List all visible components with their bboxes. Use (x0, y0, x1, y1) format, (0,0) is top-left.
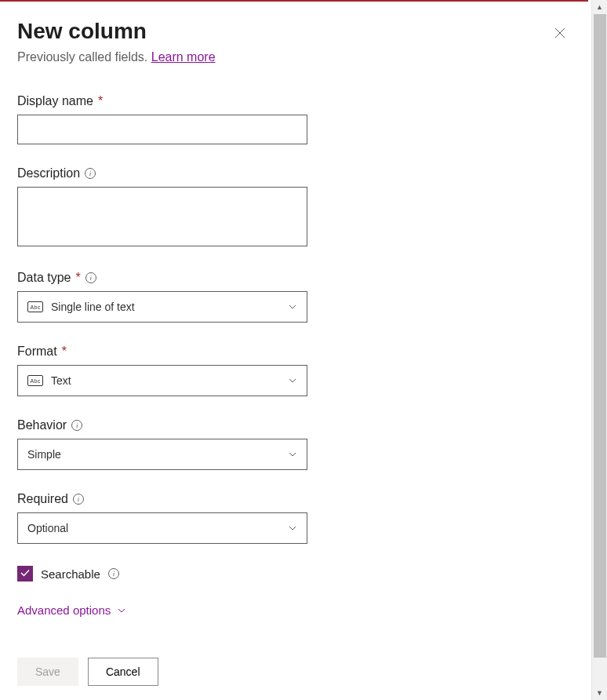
format-dropdown[interactable]: Abc Text (17, 365, 307, 396)
new-column-panel: New column Previously called fields. Lea… (0, 2, 588, 700)
text-type-icon: Abc (27, 375, 43, 386)
close-button[interactable] (549, 22, 571, 46)
checkmark-icon (20, 567, 31, 581)
info-icon[interactable]: i (108, 568, 119, 579)
format-group: Format * Abc Text (17, 345, 307, 396)
advanced-options-label: Advanced options (17, 603, 111, 617)
format-label: Format * (17, 345, 307, 359)
subtitle-text: Previously called fields. (17, 50, 151, 64)
data-type-label: Data type * i (17, 271, 307, 285)
cancel-button[interactable]: Cancel (88, 658, 158, 686)
searchable-row: Searchable i (17, 566, 307, 582)
format-value: Text (51, 374, 71, 387)
panel-footer: Save Cancel (17, 658, 571, 700)
data-type-label-text: Data type (17, 271, 71, 285)
required-group: Required i Optional (17, 492, 307, 544)
description-group: Description i (17, 166, 307, 249)
required-value: Optional (27, 522, 68, 534)
searchable-label: Searchable (41, 567, 100, 581)
behavior-label: Behavior i (17, 418, 307, 432)
scrollbar-thumb[interactable] (594, 14, 606, 658)
display-name-input[interactable] (17, 115, 307, 144)
text-type-icon: Abc (27, 301, 43, 312)
description-label: Description i (17, 166, 307, 180)
required-asterisk: * (62, 345, 67, 359)
required-label: Required i (17, 492, 307, 506)
form-body: Display name * Description i Data type *… (17, 94, 307, 639)
behavior-value: Simple (27, 448, 61, 461)
learn-more-link[interactable]: Learn more (151, 50, 216, 64)
scroll-up-arrow[interactable]: ▲ (592, 0, 607, 14)
data-type-dropdown[interactable]: Abc Single line of text (17, 291, 307, 323)
description-input[interactable] (17, 187, 307, 246)
display-name-group: Display name * (17, 94, 307, 144)
close-icon (554, 28, 566, 42)
chevron-down-icon (288, 450, 297, 459)
info-icon[interactable]: i (73, 494, 84, 505)
chevron-down-icon (288, 376, 297, 385)
save-button[interactable]: Save (17, 658, 78, 686)
behavior-group: Behavior i Simple (17, 418, 307, 470)
vertical-scrollbar[interactable]: ▲ ▼ (591, 0, 607, 700)
behavior-dropdown[interactable]: Simple (17, 439, 307, 470)
required-dropdown[interactable]: Optional (17, 512, 307, 544)
description-label-text: Description (17, 166, 80, 180)
required-asterisk: * (75, 271, 80, 285)
scroll-down-arrow[interactable]: ▼ (592, 686, 607, 700)
panel-subtitle: Previously called fields. Learn more (17, 50, 216, 64)
info-icon[interactable]: i (71, 420, 82, 431)
info-icon[interactable]: i (85, 272, 96, 283)
searchable-checkbox[interactable] (17, 566, 33, 582)
display-name-label: Display name * (17, 94, 307, 108)
display-name-label-text: Display name (17, 94, 93, 108)
required-asterisk: * (98, 94, 103, 108)
data-type-value: Single line of text (51, 301, 135, 313)
panel-title: New column (17, 17, 216, 46)
required-label-text: Required (17, 492, 68, 506)
chevron-down-icon (117, 606, 126, 615)
format-label-text: Format (17, 345, 57, 359)
info-icon[interactable]: i (85, 168, 96, 179)
data-type-group: Data type * i Abc Single line of text (17, 271, 307, 323)
behavior-label-text: Behavior (17, 418, 67, 432)
advanced-options-toggle[interactable]: Advanced options (17, 603, 307, 617)
chevron-down-icon (288, 302, 297, 312)
panel-header: New column Previously called fields. Lea… (17, 17, 571, 64)
chevron-down-icon (288, 523, 297, 533)
